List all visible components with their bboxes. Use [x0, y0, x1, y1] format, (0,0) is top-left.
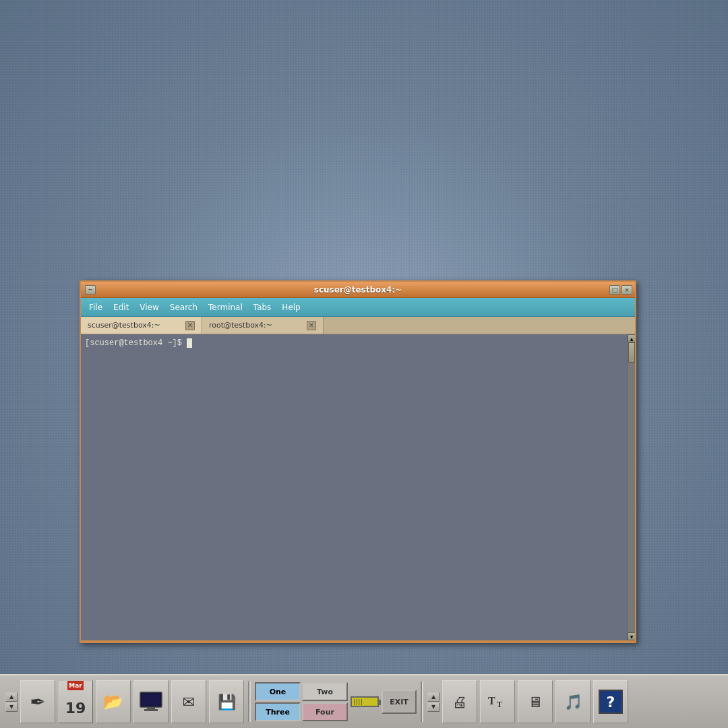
taskbar-right-arrows: ▲ ▼: [427, 692, 439, 712]
menu-tabs[interactable]: Tabs: [248, 301, 277, 313]
archive-button[interactable]: 💾: [209, 680, 244, 723]
audio-icon: 🎵: [561, 690, 585, 714]
tab-root-label: root@testbox4:~: [209, 321, 272, 330]
battery-indicator: ||||: [351, 696, 379, 707]
terminal-tab-bar: scuser@testbox4:~ ✕ root@testbox4:~ ✕: [81, 317, 635, 334]
taskbar-arrow-down[interactable]: ▼: [5, 702, 18, 712]
scrollbar-thumb[interactable]: [628, 342, 635, 363]
printer-icon: 🖨: [448, 690, 472, 714]
battery-tip: [379, 700, 381, 705]
tab-root-close[interactable]: ✕: [307, 321, 316, 330]
workspace-four-button[interactable]: Four: [302, 702, 348, 721]
taskbar-right-arrow-down[interactable]: ▼: [427, 702, 439, 712]
calendar-button[interactable]: Mar 19: [58, 680, 93, 723]
email-icon: ✉: [177, 690, 201, 714]
taskbar-left-arrows: ▲ ▼: [5, 692, 18, 712]
svg-text:T: T: [497, 700, 502, 709]
terminal-title: scuser@testbox4:~: [314, 285, 402, 295]
calendar-day: 19: [65, 693, 86, 723]
battery-level: ||||: [353, 699, 363, 705]
pager-row-top: One Two: [255, 682, 348, 701]
restore-button[interactable]: □: [609, 285, 620, 295]
help-icon: ?: [599, 690, 623, 714]
close-tab-icon: ✕: [187, 322, 193, 329]
svg-rect-3: [144, 709, 158, 711]
display-icon: 🖥: [523, 690, 547, 714]
script-editor-button[interactable]: ✒: [20, 680, 55, 723]
terminal-window: ─ scuser@testbox4:~ □ × File Edit View S…: [80, 280, 636, 643]
taskbar: ▲ ▼ ✒ Mar 19 📂 ✉ 💾: [0, 674, 728, 728]
pager-row-bottom: Three Four: [255, 702, 348, 721]
close-tab-root-icon: ✕: [309, 322, 314, 329]
svg-rect-2: [147, 707, 155, 709]
terminal-menubar: File Edit View Search Terminal Tabs Help: [81, 298, 635, 317]
exit-button[interactable]: EXIT: [382, 690, 417, 714]
display-settings-button[interactable]: 🖥: [518, 680, 553, 723]
battery-section: ||||: [351, 696, 379, 707]
taskbar-divider-right: [421, 681, 423, 722]
file-manager-button[interactable]: 📂: [96, 680, 131, 723]
taskbar-right-arrow-up[interactable]: ▲: [427, 692, 439, 702]
tab-scuser[interactable]: scuser@testbox4:~ ✕: [81, 317, 202, 334]
menu-view[interactable]: View: [134, 301, 164, 313]
terminal-launcher-button[interactable]: [133, 680, 169, 723]
font-icon: T T: [485, 690, 510, 714]
terminal-scrollbar[interactable]: ▲ ▼: [627, 334, 635, 640]
scrollbar-down-button[interactable]: ▼: [628, 632, 635, 640]
taskbar-divider-left: [248, 681, 251, 722]
menu-file[interactable]: File: [84, 301, 108, 313]
menu-terminal[interactable]: Terminal: [203, 301, 248, 313]
tab-root[interactable]: root@testbox4:~ ✕: [202, 317, 324, 334]
email-button[interactable]: ✉: [171, 680, 206, 723]
workspace-three-button[interactable]: Three: [255, 702, 301, 721]
tab-scuser-label: scuser@testbox4:~: [88, 321, 160, 330]
terminal-cursor: [187, 338, 192, 348]
printer-button[interactable]: 🖨: [442, 680, 477, 723]
terminal-pane[interactable]: [scuser@testbox4 ~]$: [81, 334, 627, 640]
floppy-icon: 💾: [214, 690, 239, 714]
help-button[interactable]: ?: [593, 680, 628, 723]
pen-icon: ✒: [26, 690, 50, 714]
menu-edit[interactable]: Edit: [108, 301, 134, 313]
terminal-prompt: [scuser@testbox4 ~]$: [85, 338, 187, 348]
svg-rect-1: [142, 694, 160, 706]
monitor-icon: [139, 690, 163, 714]
menu-search[interactable]: Search: [164, 301, 203, 313]
workspace-one-button[interactable]: One: [255, 682, 301, 701]
svg-text:T: T: [488, 695, 495, 706]
workspace-pager: One Two Three Four: [255, 682, 348, 721]
calendar-month: Mar: [67, 681, 83, 690]
menu-help[interactable]: Help: [276, 301, 305, 313]
scrollbar-track: [628, 342, 635, 632]
taskbar-arrow-up[interactable]: ▲: [5, 692, 18, 702]
tab-scuser-close[interactable]: ✕: [185, 321, 195, 330]
terminal-content: [scuser@testbox4 ~]$ ▲ ▼: [81, 334, 635, 640]
minimize-button[interactable]: ─: [85, 285, 96, 295]
workspace-two-button[interactable]: Two: [302, 682, 348, 701]
audio-button[interactable]: 🎵: [555, 680, 590, 723]
terminal-titlebar: ─ scuser@testbox4:~ □ ×: [81, 282, 635, 298]
font-button[interactable]: T T: [480, 680, 515, 723]
close-button[interactable]: ×: [621, 285, 632, 295]
files-icon: 📂: [101, 690, 125, 714]
scrollbar-up-button[interactable]: ▲: [628, 334, 635, 342]
